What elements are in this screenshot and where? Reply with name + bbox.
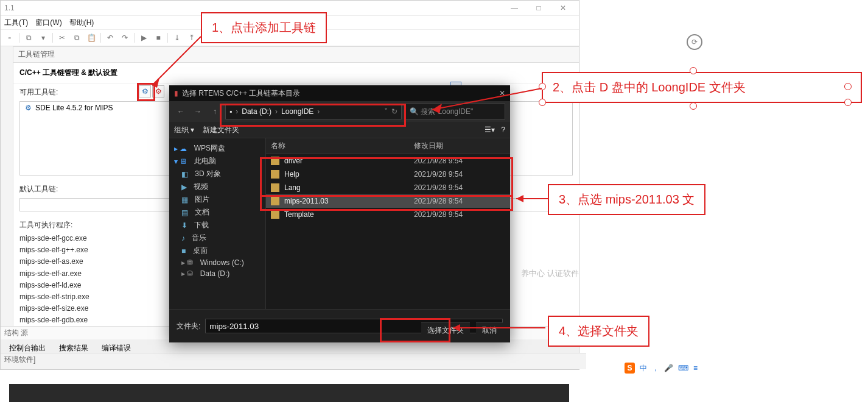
tb-open-icon[interactable]: ⧉	[22, 32, 35, 44]
dialog-nav: ← → ↑ ▪ › Data (D:) › LoongIDE › ˅ ↻ 🔍 搜…	[169, 101, 510, 122]
help-icon[interactable]: ?	[501, 126, 505, 134]
search-input[interactable]: 🔍 搜索"LoongIDE"	[405, 104, 505, 119]
reload-icon[interactable]: ⟳	[687, 34, 702, 50]
taskbar-shadow	[9, 384, 569, 402]
nav-fwd-icon[interactable]: →	[191, 107, 205, 116]
nav-up-icon[interactable]: ↑	[208, 107, 222, 116]
left-gutter	[1, 46, 13, 327]
folder-icon	[271, 197, 279, 205]
app-icon: ▮	[174, 89, 178, 97]
panel-header: C/C++ 工具链管理 & 默认设置	[13, 63, 579, 83]
folder-icon	[271, 170, 279, 179]
tb-paste-icon[interactable]: 📋	[85, 32, 98, 44]
annotation-3: 3、点选 mips-2011.03 文	[548, 184, 705, 215]
col-date[interactable]: 修改日期	[414, 141, 505, 151]
tree-pictures[interactable]: ▦ 图片	[172, 193, 263, 206]
tree-cdrive[interactable]: ▸ ⛃ Windows (C:)	[172, 257, 263, 268]
nav-back-icon[interactable]: ←	[174, 107, 187, 116]
tree-video[interactable]: ▶ 视频	[172, 180, 263, 193]
folder-tree[interactable]: ▸ ☁ WPS网盘 ▾ 🖥 此电脑 ◧ 3D 对象 ▶ 视频 ▦ 图片 ▤ 文档…	[169, 138, 266, 309]
maximize-button[interactable]: □	[527, 4, 551, 12]
annotation-2: 2、点击 D 盘中的 LoongIDE 文件夹	[542, 72, 862, 103]
search-placeholder: 搜索"LoongIDE"	[421, 107, 473, 117]
crumb-drive[interactable]: Data (D:)	[242, 107, 271, 116]
toolchain-side-buttons: ⚙ ⚙	[139, 85, 164, 97]
ime-lang[interactable]: 中	[640, 363, 647, 374]
tb-new-icon[interactable]: ▫	[3, 32, 16, 44]
file-row[interactable]: Template2021/9/28 9:54	[266, 208, 510, 221]
dialog-title: 选择 RTEMS C/C++ 工具链基本目录	[182, 88, 300, 99]
organize-menu[interactable]: 组织 ▾	[174, 125, 194, 135]
dialog-toolbar: 组织 ▾ 新建文件夹 ☰▾ ?	[169, 122, 510, 138]
cancel-button[interactable]: 取消	[476, 322, 503, 338]
file-dialog: ▮ 选择 RTEMS C/C++ 工具链基本目录 ✕ ← → ↑ ▪ › Dat…	[169, 85, 510, 341]
new-folder-button[interactable]: 新建文件夹	[203, 125, 239, 135]
ime-menu-icon[interactable]: ≡	[693, 364, 698, 372]
tb-step-icon[interactable]: ⤓	[170, 32, 184, 44]
dialog-close-icon[interactable]: ✕	[499, 89, 505, 97]
dialog-title-bar: ▮ 选择 RTEMS C/C++ 工具链基本目录 ✕	[169, 85, 510, 101]
ime-keyboard-icon[interactable]: ⌨	[678, 364, 688, 372]
tb-stop-icon[interactable]: ■	[152, 32, 165, 44]
file-row[interactable]: Lang2021/9/28 9:54	[266, 181, 510, 194]
select-folder-button[interactable]: 选择文件夹	[421, 322, 470, 338]
tree-documents[interactable]: ▤ 文档	[172, 206, 263, 219]
background-text: 养中心 认证软件	[521, 268, 579, 279]
title-text: 1.1	[4, 4, 15, 12]
tb-step2-icon[interactable]: ⤒	[185, 32, 198, 44]
ime-mic-icon[interactable]: 🎤	[664, 364, 673, 372]
tb-cut-icon[interactable]: ✂	[55, 32, 69, 44]
remove-toolchain-button[interactable]: ⚙	[152, 85, 164, 97]
file-row[interactable]: driver2021/9/28 9:54	[266, 154, 510, 168]
tree-desktop[interactable]: ■ 桌面	[172, 244, 263, 257]
tree-music[interactable]: ♪ 音乐	[172, 232, 263, 244]
toolchain-name: SDE Lite 4.5.2 for MIPS	[35, 104, 113, 112]
crumb-dropdown-icon[interactable]: ˅	[384, 107, 388, 116]
tree-3d[interactable]: ◧ 3D 对象	[172, 168, 263, 180]
menu-help[interactable]: 帮助(H)	[69, 18, 94, 28]
folder-icon	[271, 210, 279, 219]
tb-redo-icon[interactable]: ↷	[118, 32, 131, 44]
search-icon: 🔍	[410, 107, 419, 116]
sogou-icon[interactable]: S	[625, 363, 635, 374]
ime-punct-icon[interactable]: ，	[652, 363, 659, 374]
view-menu-icon[interactable]: ☰▾	[485, 126, 495, 134]
folder-icon	[271, 183, 279, 192]
add-toolchain-button[interactable]: ⚙	[139, 85, 151, 97]
file-list[interactable]: 名称 修改日期 driver2021/9/28 9:54 Help2021/9/…	[266, 138, 510, 309]
annotation-4: 4、选择文件夹	[548, 316, 649, 347]
file-row-selected[interactable]: mips-2011.032021/9/28 9:54	[266, 194, 510, 208]
tb-run-icon[interactable]: ▶	[137, 32, 150, 44]
tb-undo-icon[interactable]: ↶	[103, 32, 117, 44]
refresh-icon[interactable]: ↻	[391, 107, 397, 116]
col-name[interactable]: 名称	[271, 141, 414, 151]
folder-field-label: 文件夹:	[177, 321, 200, 331]
file-row[interactable]: Help2021/9/28 9:54	[266, 168, 510, 181]
status-bar: 环境软件]	[1, 353, 586, 369]
tree-thispc[interactable]: ▾ 🖥 此电脑	[172, 155, 263, 168]
minimize-button[interactable]: —	[502, 4, 527, 12]
file-list-header: 名称 修改日期	[266, 138, 510, 154]
close-button[interactable]: ✕	[551, 4, 575, 12]
tb-save-icon[interactable]: ▾	[37, 32, 50, 44]
panel-tab[interactable]: 工具链管理	[13, 47, 579, 63]
folder-icon	[271, 157, 279, 165]
annotation-1: 1、点击添加工具链	[201, 12, 327, 43]
crumb-folder[interactable]: LoongIDE	[281, 107, 313, 116]
tree-ddrive[interactable]: ▸ ⛁ Data (D:)	[172, 268, 263, 279]
menu-tools[interactable]: 工具(T)	[4, 18, 28, 28]
tree-wps[interactable]: ▸ ☁ WPS网盘	[172, 142, 263, 155]
tree-downloads[interactable]: ⬇ 下载	[172, 219, 263, 232]
drive-icon: ▪	[229, 107, 232, 116]
tb-copy-icon[interactable]: ⧉	[70, 32, 83, 44]
ime-tray: S 中 ， 🎤 ⌨ ≡	[625, 361, 698, 375]
menu-window[interactable]: 窗口(W)	[35, 18, 61, 28]
breadcrumb[interactable]: ▪ › Data (D:) › LoongIDE › ˅ ↻	[225, 104, 402, 119]
gear-icon: ⚙	[25, 104, 32, 112]
